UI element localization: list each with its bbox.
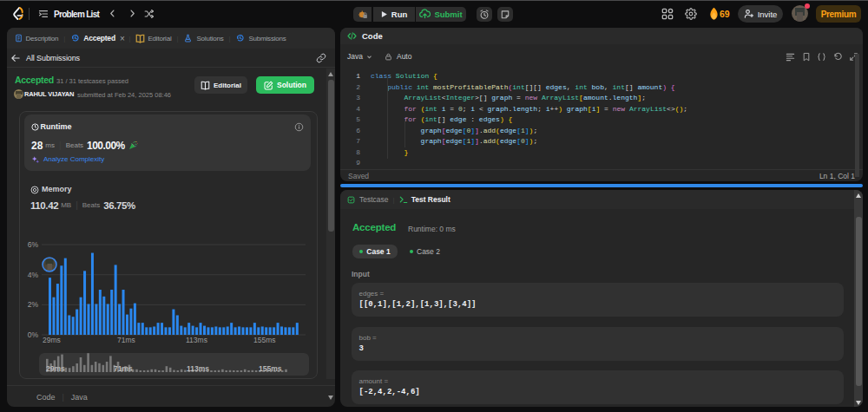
svg-text:71ms: 71ms bbox=[114, 364, 133, 373]
svg-text:155ms: 155ms bbox=[253, 336, 276, 344]
svg-text:113ms: 113ms bbox=[186, 336, 207, 344]
svg-text:29ms: 29ms bbox=[46, 364, 65, 373]
svg-text:113ms: 113ms bbox=[187, 364, 209, 373]
svg-text:4%: 4% bbox=[28, 271, 39, 279]
svg-text:71ms: 71ms bbox=[117, 336, 135, 344]
svg-text:6%: 6% bbox=[28, 240, 39, 249]
svg-text:0%: 0% bbox=[28, 330, 39, 339]
svg-text:155ms: 155ms bbox=[259, 364, 282, 373]
svg-text:29ms: 29ms bbox=[43, 336, 61, 344]
svg-text:2%: 2% bbox=[28, 300, 39, 309]
